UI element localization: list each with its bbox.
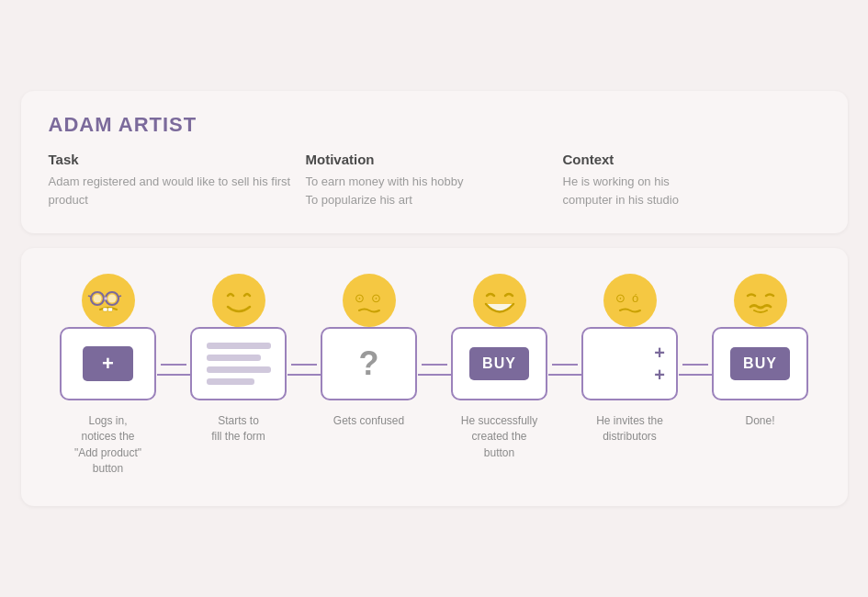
svg-text:⊙: ⊙	[371, 291, 381, 305]
persona-name: ADAM ARTIST	[49, 113, 820, 137]
buy-button-2-icon: BUY	[730, 347, 790, 380]
svg-text:⊙: ⊙	[615, 291, 626, 305]
svg-point-16	[603, 274, 657, 327]
step-3: ⊙ ⊙ ? Gets confused	[304, 274, 434, 429]
svg-point-4	[107, 294, 116, 302]
svg-line-7	[88, 296, 91, 297]
step-1: + Logs in, notices the "Add product" but…	[43, 274, 174, 478]
step-box-6: BUY	[712, 327, 808, 400]
svg-point-12	[343, 274, 396, 327]
connector-line-3	[552, 364, 578, 366]
journey-row: + Logs in, notices the "Add product" but…	[43, 274, 826, 478]
face-mustache	[734, 274, 787, 327]
plus-icon-2: +	[654, 366, 665, 384]
motivation-line2: To popularize his art	[306, 193, 412, 207]
connector-line-1	[291, 364, 317, 366]
task-heading: Task	[49, 152, 306, 167]
connector-line-0	[161, 364, 186, 366]
svg-line-8	[118, 296, 121, 297]
step-box-5: + +	[581, 327, 678, 400]
svg-point-11	[212, 274, 265, 327]
motivation-line1: To earn money with his hobby	[306, 175, 464, 188]
form-lines-icon	[207, 343, 271, 385]
step-4: BUY He successfully created the button	[434, 274, 565, 461]
step-5-label: He invites the distributors	[596, 413, 663, 445]
step-6: BUY Done!	[695, 274, 826, 429]
context-line2: computer in his studio	[563, 193, 679, 207]
svg-text:ó: ó	[632, 291, 638, 305]
step-2: Starts to fill the form	[174, 274, 304, 445]
svg-rect-6	[104, 297, 107, 299]
connector-line-4	[682, 364, 708, 366]
step-box-4: BUY	[451, 327, 547, 400]
svg-point-2	[93, 294, 101, 302]
connector-line-2	[422, 364, 447, 366]
step-box-3: ?	[321, 327, 417, 400]
context-text: He is working on his computer in his stu…	[563, 173, 820, 209]
motivation-column: Motivation To earn money with his hobby …	[306, 152, 563, 209]
step-box-1: +	[60, 327, 156, 400]
plus-icons: + +	[583, 344, 676, 384]
journey-card: + Logs in, notices the "Add product" but…	[21, 248, 848, 507]
step-4-label: He successfully created the button	[461, 413, 537, 461]
svg-point-15	[473, 274, 526, 327]
question-mark-icon: ?	[359, 344, 379, 383]
buy-button-icon: BUY	[469, 347, 529, 380]
svg-rect-9	[103, 308, 107, 311]
main-container: ADAM ARTIST Task Adam registered and wou…	[21, 91, 848, 507]
motivation-text: To earn money with his hobby To populari…	[306, 173, 563, 209]
context-column: Context He is working on his computer in…	[563, 152, 820, 209]
context-line1: He is working on his	[563, 175, 670, 188]
task-column: Task Adam registered and would like to s…	[49, 152, 306, 209]
step-6-label: Done!	[745, 413, 774, 429]
task-text: Adam registered and would like to sell h…	[49, 173, 306, 209]
persona-columns: Task Adam registered and would like to s…	[49, 152, 820, 209]
svg-point-19	[734, 274, 787, 327]
plus-icon-1: +	[654, 344, 665, 362]
face-confused2: ⊙ ó	[603, 274, 657, 327]
svg-text:⊙: ⊙	[355, 291, 365, 305]
step-2-label: Starts to fill the form	[211, 413, 265, 445]
step-1-label: Logs in, notices the "Add product" butto…	[74, 413, 141, 478]
persona-card: ADAM ARTIST Task Adam registered and wou…	[21, 91, 848, 233]
face-confused: ⊙ ⊙	[343, 274, 396, 327]
face-big-smile	[473, 274, 526, 327]
svg-rect-10	[107, 308, 112, 311]
face-happy	[212, 274, 265, 327]
motivation-heading: Motivation	[306, 152, 563, 167]
add-button-icon: +	[83, 346, 133, 381]
face-nerd	[82, 274, 135, 327]
context-heading: Context	[563, 152, 820, 167]
step-5: ⊙ ó + + He invites the distributors	[565, 274, 695, 445]
step-box-2	[190, 327, 287, 400]
step-3-label: Gets confused	[333, 413, 404, 429]
